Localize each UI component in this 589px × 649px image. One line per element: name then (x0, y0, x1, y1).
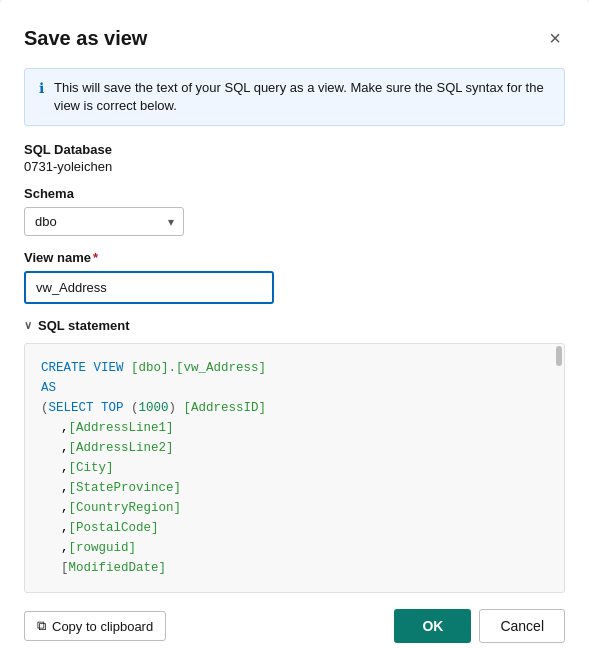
copy-label: Copy to clipboard (52, 619, 153, 634)
dialog-header: Save as view × (24, 24, 565, 52)
sql-line-3: (SELECT TOP (1000) [AddressID] (41, 398, 548, 418)
schema-select[interactable]: dbo (24, 207, 184, 236)
sql-section-label: SQL statement (38, 318, 130, 333)
view-name-input[interactable] (24, 271, 274, 304)
info-banner: ℹ This will save the text of your SQL qu… (24, 68, 565, 126)
schema-label: Schema (24, 186, 565, 201)
info-icon: ℹ (39, 80, 44, 96)
schema-group: Schema dbo ▾ (24, 186, 565, 236)
sql-line-8: ,[CountryRegion] (41, 498, 548, 518)
sql-line-2: AS (41, 378, 548, 398)
view-name-group: View name* (24, 250, 565, 304)
sql-line-5: ,[AddressLine2] (41, 438, 548, 458)
view-name-label: View name* (24, 250, 565, 265)
sql-code-block: CREATE VIEW [dbo].[vw_Address] AS (SELEC… (24, 343, 565, 593)
sql-line-9: ,[PostalCode] (41, 518, 548, 538)
sql-line-10: ,[rowguid] (41, 538, 548, 558)
dialog-title: Save as view (24, 27, 147, 50)
scrollbar[interactable] (556, 346, 562, 366)
sql-section-toggle[interactable]: ∨ SQL statement (24, 318, 565, 333)
close-button[interactable]: × (545, 24, 565, 52)
copy-icon: ⧉ (37, 618, 46, 634)
chevron-right-icon: ∨ (24, 319, 32, 332)
cancel-button[interactable]: Cancel (479, 609, 565, 643)
db-value: 0731-yoleichen (24, 159, 565, 174)
dialog-footer: ⧉ Copy to clipboard OK Cancel (24, 609, 565, 643)
sql-line-11: [ModifiedDate] (41, 558, 548, 578)
sql-line-6: ,[City] (41, 458, 548, 478)
save-as-view-dialog: Save as view × ℹ This will save the text… (0, 0, 589, 649)
info-text: This will save the text of your SQL quer… (54, 79, 550, 115)
required-indicator: * (93, 250, 98, 265)
action-buttons: OK Cancel (394, 609, 565, 643)
sql-line-7: ,[StateProvince] (41, 478, 548, 498)
db-label: SQL Database (24, 142, 565, 157)
sql-line-1: CREATE VIEW [dbo].[vw_Address] (41, 358, 548, 378)
sql-line-4: ,[AddressLine1] (41, 418, 548, 438)
ok-button[interactable]: OK (394, 609, 471, 643)
schema-select-wrapper: dbo ▾ (24, 207, 184, 236)
copy-to-clipboard-button[interactable]: ⧉ Copy to clipboard (24, 611, 166, 641)
